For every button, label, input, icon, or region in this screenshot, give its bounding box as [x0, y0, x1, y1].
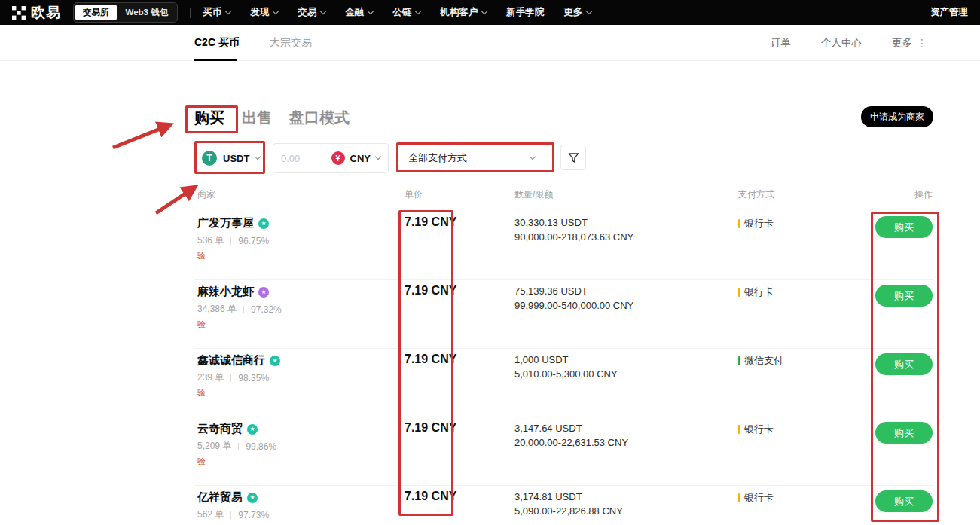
buy-button[interactable]: 购买 [875, 285, 933, 307]
tether-icon: T [202, 151, 217, 166]
subnav-tab[interactable]: 大宗交易 [270, 25, 312, 61]
order-limit: 99,999.00-540,000.00 CNY [514, 300, 633, 311]
annotation-arrow-1 [113, 125, 169, 148]
trade-mode-tab[interactable]: 出售 [242, 108, 272, 128]
become-merchant-button[interactable]: 申请成为商家 [861, 106, 933, 127]
stats-divider [230, 511, 231, 519]
offer-row: 云奇商贸 ★ 5,209 单 99.86% 验 7.19 CNY 3,147.6… [0, 417, 980, 485]
stats-divider [230, 237, 231, 245]
completion-rate: 99.86% [246, 441, 276, 452]
annotation-arrow-2 [156, 188, 194, 213]
column-header-payment: 支付方式 [738, 188, 774, 201]
payment-method: 银行卡 [738, 491, 774, 505]
completion-rate: 97.73% [238, 510, 269, 520]
topnav-item[interactable]: 机构客户 [440, 6, 487, 19]
payment-method-label: 银行卡 [744, 285, 774, 299]
merchant-link[interactable]: 广发万事屋 ★ [197, 216, 269, 230]
trade-mode-tabs: 购买出售盘口模式 [194, 108, 350, 128]
merchant-name-label: 麻辣小龙虾 [197, 285, 254, 299]
merchant-link[interactable]: 云奇商贸 ★ [197, 422, 258, 436]
order-limit: 20,000.00-22,631.53 CNY [514, 437, 628, 448]
topnav-menu: 买币 发现 交易 金融 公链 机构客户 新手学院 更多 [203, 6, 591, 19]
available-amount: 3,174.81 USDT [514, 491, 582, 502]
topnav-item-label: 更多 [563, 6, 582, 19]
header-divider [194, 203, 934, 203]
topnav-item[interactable]: 金融 [345, 6, 373, 19]
offer-list: 广发万事屋 ★ 536 单 96.75% 验 7.19 CNY 30,330.1… [0, 211, 980, 525]
buy-button[interactable]: 购买 [875, 353, 933, 375]
chevron-down-icon [530, 154, 536, 160]
payment-method: 银行卡 [738, 423, 774, 436]
filter-funnel-icon [568, 152, 579, 163]
chevron-down-icon [586, 8, 592, 14]
available-amount: 75,139.36 USDT [514, 285, 588, 297]
subnav-tab-label: 大宗交易 [270, 36, 312, 50]
buy-button[interactable]: 购买 [875, 422, 933, 444]
buy-button[interactable]: 购买 [875, 490, 933, 512]
subnav-tab[interactable]: C2C 买币 [194, 25, 240, 61]
cny-icon: ¥ [331, 151, 345, 165]
topnav-item-label: 发现 [250, 6, 269, 19]
more-dots-icon: ⋮ [917, 37, 927, 49]
verify-badge: 验 [197, 319, 206, 330]
merchant-link[interactable]: 亿祥贸易 ★ [197, 490, 258, 505]
column-header-price: 单价 [405, 188, 423, 201]
stats-divider [238, 443, 239, 450]
subnav-action[interactable]: 更多 ⋮ [892, 36, 927, 50]
merchant-link[interactable]: 鑫诚诚信商行 ★ [197, 353, 280, 368]
subnav-right-actions: 订单 ⋮ 个人中心 ⋮ 更多 ⋮ [771, 36, 927, 50]
topnav-item-label: 公链 [392, 6, 411, 19]
merchant-stats: 562 单 97.73% [197, 508, 269, 521]
topnav-item[interactable]: 买币 [203, 6, 230, 19]
order-limit: 5,010.00-5,300.00 CNY [514, 368, 618, 380]
subnav-action-label: 个人中心 [821, 36, 862, 50]
topnav-item[interactable]: 公链 [392, 6, 420, 19]
merchant-stats: 536 单 96.75% [197, 234, 269, 247]
okx-logo[interactable]: 欧易 [12, 3, 61, 23]
crypto-select-value: USDT [223, 153, 249, 164]
payment-color-bar [738, 493, 740, 502]
amount-input[interactable] [281, 153, 326, 164]
subnav-action[interactable]: 订单 ⋮ [771, 36, 791, 50]
unit-price: 7.19 CNY [405, 284, 456, 298]
merchant-link[interactable]: 麻辣小龙虾 ★ [197, 285, 269, 299]
order-count: 536 单 [197, 234, 224, 247]
topnav-item-label: 机构客户 [440, 6, 478, 19]
verify-badge: 验 [197, 456, 206, 467]
chevron-down-icon [481, 8, 487, 14]
brand-name: 欧易 [31, 3, 61, 23]
okx-logo-icon [12, 6, 26, 20]
topnav-item[interactable]: 交易 [298, 6, 325, 19]
fiat-select-value[interactable]: CNY [350, 153, 371, 164]
trade-mode-tab[interactable]: 盘口模式 [289, 108, 350, 128]
topnav-item[interactable]: 发现 [250, 6, 278, 19]
toggle-segment[interactable]: Web3 钱包 [118, 5, 176, 20]
column-header-limit: 数量/限额 [514, 188, 553, 201]
available-amount: 1,000 USDT [514, 354, 569, 365]
asset-management-link[interactable]: 资产管理 [930, 6, 968, 19]
stats-divider [243, 306, 244, 313]
merchant-stats: 5,209 单 99.86% [197, 440, 276, 453]
verified-badge-icon: ★ [258, 218, 269, 229]
topnav-item-label: 新手学院 [506, 6, 544, 19]
subnav-action[interactable]: 个人中心 ⋮ [821, 36, 862, 50]
subnav-action-label: 订单 [771, 36, 791, 50]
buy-button[interactable]: 购买 [875, 216, 933, 238]
merchant-name-label: 广发万事屋 [197, 216, 254, 230]
toggle-segment[interactable]: 交易所 [75, 5, 117, 20]
verify-badge: 验 [197, 250, 206, 261]
merchant-name-label: 鑫诚诚信商行 [197, 353, 265, 368]
merchant-stats: 34,386 单 97.32% [197, 303, 282, 316]
secondary-navbar: C2C 买币 大宗交易 订单 ⋮ 个人中心 ⋮ 更多 ⋮ [0, 25, 980, 61]
verified-badge-icon: ★ [258, 287, 269, 298]
topnav-item[interactable]: 更多 [563, 6, 591, 19]
unit-price: 7.19 CNY [405, 490, 456, 503]
trade-mode-tab[interactable]: 购买 [194, 108, 224, 128]
crypto-select[interactable]: T USDT [197, 143, 264, 173]
payment-method-select[interactable]: 全部支付方式 [399, 144, 545, 172]
topnav-item[interactable]: 新手学院 [506, 6, 544, 19]
filter-button[interactable] [560, 145, 586, 170]
order-count: 239 单 [197, 371, 224, 384]
amount-input-box: ¥ CNY [273, 143, 389, 173]
verified-badge-icon: ★ [270, 356, 280, 366]
